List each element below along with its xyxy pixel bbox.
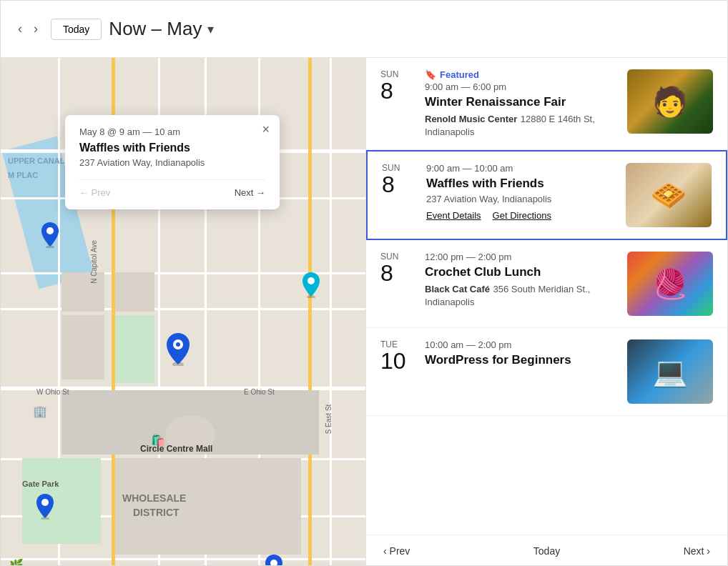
event-details-link[interactable]: Event Details — [426, 210, 481, 221]
events-list: SUN 8 🔖 Featured 9:00 am — 6:00 pm Winte… — [366, 58, 727, 535]
popup-next-button[interactable]: Next → — [235, 187, 265, 198]
map-pin-3[interactable] — [35, 494, 55, 522]
event-title-renaissance: Winter Renaissance Fair — [425, 95, 619, 109]
event-links-waffles: Event Details Get Directions — [426, 210, 617, 221]
get-directions-link[interactable]: Get Directions — [493, 210, 551, 221]
e-ohio-label: E Ohio St — [244, 388, 275, 396]
capitol-ave-label: N Capitol Ave — [90, 240, 98, 283]
event-image-renaissance — [627, 69, 713, 134]
svg-point-6 — [41, 499, 49, 506]
next-nav-button[interactable]: › — [28, 19, 44, 39]
footer-next-button[interactable]: Next › — [684, 545, 710, 557]
poi-building1: 🏢 — [33, 404, 47, 418]
event-item-wordpress[interactable]: TUE 10 10:00 am — 2:00 pm WordPress for … — [366, 328, 727, 416]
map-park2 — [22, 458, 101, 544]
popup-close-button[interactable]: × — [262, 122, 270, 137]
district-label: DISTRICT — [133, 507, 179, 518]
popup-time: May 8 @ 9 am — 10 am — [79, 126, 265, 137]
map-popup: × May 8 @ 9 am — 10 am Waffles with Frie… — [65, 115, 280, 209]
event-day-num-wp: 10 — [380, 349, 416, 372]
renaissance-image — [627, 69, 713, 134]
footer-today-label: Today — [533, 545, 560, 557]
popup-title: Waffles with Friends — [79, 142, 265, 154]
events-footer: ‹ Prev Today Next › — [366, 535, 727, 566]
map-block3 — [115, 272, 154, 312]
event-item-waffles[interactable]: SUN 8 9:00 am — 10:00 am Waffles with Fr… — [366, 150, 727, 240]
map-pin-teal[interactable] — [301, 272, 321, 301]
event-time-renaissance: 9:00 am — 6:00 pm — [425, 81, 619, 92]
place-label: M PLAC — [8, 171, 38, 179]
event-time-wordpress: 10:00 am — 2:00 pm — [425, 339, 619, 350]
event-time-waffles: 9:00 am — 10:00 am — [426, 163, 617, 174]
event-date-wordpress: TUE 10 — [380, 339, 416, 404]
poi-shop1: 🛍️ — [151, 433, 165, 447]
event-title-crochet: Crochet Club Lunch — [425, 265, 619, 279]
event-info-renaissance: 🔖 Featured 9:00 am — 6:00 pm Winter Rena… — [425, 69, 619, 138]
wholesale-label: WHOLESALE — [122, 492, 186, 504]
date-range-text: Now – May — [109, 18, 202, 40]
featured-label: Featured — [440, 69, 479, 80]
event-time-crochet: 12:00 pm — 2:00 pm — [425, 252, 619, 262]
event-day-num-w: 8 — [382, 173, 418, 196]
prev-button[interactable]: ‹ — [12, 19, 28, 39]
date-range: Now – May ▾ — [109, 18, 214, 40]
canal-label: UPPER CANAL — [8, 157, 64, 165]
today-button[interactable]: Today — [51, 19, 102, 40]
event-info-crochet: 12:00 pm — 2:00 pm Crochet Club Lunch Bl… — [425, 252, 619, 316]
event-date-waffles: SUN 8 — [382, 163, 418, 227]
map-block2 — [62, 315, 104, 379]
svg-point-4 — [176, 342, 180, 347]
map-block1 — [62, 272, 104, 312]
event-venue-renaissance: Renold Music Center 12880 E 146th St, In… — [425, 112, 619, 138]
event-featured-badge: 🔖 Featured — [425, 69, 619, 80]
event-venue-crochet: Black Cat Café 356 South Meridian St., I… — [425, 282, 619, 308]
popup-navigation: ← Prev Next → — [79, 179, 265, 198]
road-east-st — [308, 58, 312, 566]
map-pin-1[interactable] — [40, 222, 60, 251]
popup-prev-button[interactable]: ← Prev — [79, 187, 110, 198]
venue-name: Renold Music Center — [425, 114, 517, 124]
east-st-label: S East St — [325, 404, 333, 435]
popup-address: 237 Aviation Way, Indianapolis — [79, 157, 265, 168]
event-info-wordpress: 10:00 am — 2:00 pm WordPress for Beginne… — [425, 339, 619, 404]
footer-prev-button[interactable]: ‹ Prev — [383, 545, 410, 557]
event-title-waffles: Waffles with Friends — [426, 177, 617, 191]
event-item-renaissance[interactable]: SUN 8 🔖 Featured 9:00 am — 6:00 pm Winte… — [366, 58, 727, 150]
event-address-waffles: 237 Aviation Way, Indianapolis — [426, 194, 617, 204]
event-image-crochet — [627, 252, 713, 316]
crochet-image — [627, 252, 713, 316]
header: ‹ › Today Now – May ▾ — [1, 1, 727, 58]
event-day-num-c: 8 — [380, 262, 416, 284]
gate-park-label: Gate Park — [22, 480, 59, 488]
road-v7 — [330, 58, 332, 566]
crochet-venue-name: Black Cat Café — [425, 284, 490, 294]
main-content: UPPER CANAL M PLAC Circle Centre Mall WH… — [1, 58, 727, 566]
svg-point-10 — [308, 277, 315, 284]
map-pin-4[interactable] — [264, 555, 284, 566]
w-ohio-label: W Ohio St — [36, 388, 69, 396]
event-image-waffles — [626, 163, 712, 227]
event-image-wordpress — [627, 339, 713, 404]
poi-grass: 🌿 — [9, 558, 24, 566]
waffles-image — [626, 163, 712, 227]
map-park1 — [115, 315, 154, 383]
svg-point-1 — [46, 227, 54, 234]
chevron-down-icon[interactable]: ▾ — [207, 21, 214, 37]
events-panel: SUN 8 🔖 Featured 9:00 am — 6:00 pm Winte… — [365, 58, 727, 566]
wordpress-image — [627, 339, 713, 404]
event-item-crochet[interactable]: SUN 8 12:00 pm — 2:00 pm Crochet Club Lu… — [366, 240, 727, 328]
map-area[interactable]: UPPER CANAL M PLAC Circle Centre Mall WH… — [1, 58, 365, 566]
bookmark-icon: 🔖 — [425, 69, 436, 80]
event-title-wordpress: WordPress for Beginners — [425, 353, 619, 367]
event-info-waffles: 9:00 am — 10:00 am Waffles with Friends … — [426, 163, 617, 227]
map-pin-2-selected[interactable] — [165, 333, 191, 369]
event-date-renaissance: SUN 8 — [380, 69, 416, 138]
event-day-num: 8 — [380, 79, 416, 102]
event-date-crochet: SUN 8 — [380, 252, 416, 316]
